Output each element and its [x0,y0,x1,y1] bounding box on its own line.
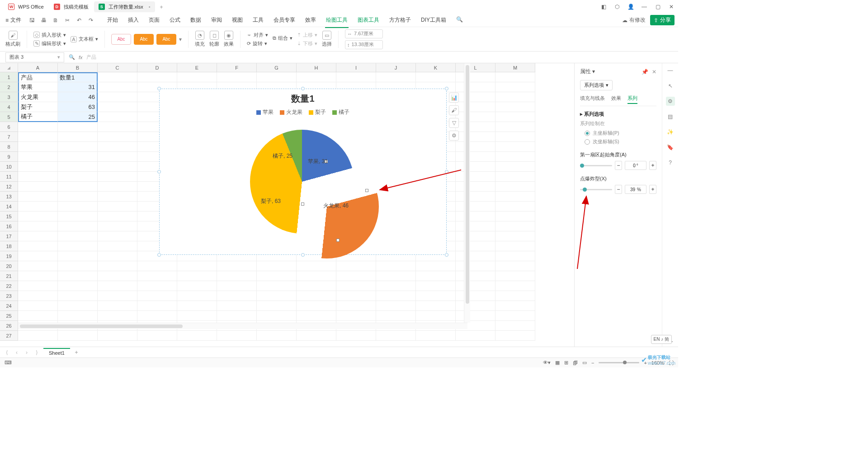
row-header[interactable]: 26 [0,321,18,331]
prop-tab-series[interactable]: 系列 [627,95,637,104]
cell[interactable] [98,221,137,231]
angle-minus[interactable]: − [615,161,622,170]
section-series-options[interactable]: ▸ 系列选项 [580,111,656,118]
share-button[interactable]: ⇪ 分享 [650,15,675,25]
cell[interactable] [58,142,98,152]
pin-icon[interactable]: 📌 [642,69,648,75]
cell[interactable] [137,261,177,271]
col-header[interactable]: L [456,63,495,72]
cell[interactable] [217,281,257,291]
radio-primary-axis[interactable]: 主坐标轴(P) [585,130,656,136]
cell[interactable] [376,271,416,281]
cell[interactable] [456,82,495,92]
view-read-icon[interactable]: ▭ [582,360,587,366]
col-header[interactable]: F [217,63,257,72]
cell[interactable] [98,162,137,172]
cell[interactable] [58,241,98,251]
cell[interactable] [217,72,257,82]
rail-layers-icon[interactable]: ▤ [666,112,675,121]
tab-page[interactable]: 页面 [148,14,160,26]
cell[interactable]: 产品 [18,72,58,82]
col-header[interactable]: I [336,63,376,72]
cell[interactable] [336,271,376,281]
cell[interactable] [98,142,137,152]
modified-indicator[interactable]: ☁ 有修改 [622,16,646,24]
cell[interactable] [416,301,456,311]
resize-handle[interactable] [301,253,305,257]
edit-shape-button[interactable]: ✎编辑形状▾ [33,40,66,47]
cell[interactable] [257,271,297,281]
cell[interactable] [257,311,297,321]
horizontal-scrollbar[interactable] [18,323,467,329]
cell[interactable] [58,221,98,231]
angle-slider[interactable] [580,165,612,166]
cell[interactable] [456,132,495,142]
rail-collapse-icon[interactable]: — [666,66,675,75]
cell[interactable] [217,271,257,281]
cut-icon[interactable]: ✂ [64,17,71,24]
row-header[interactable]: 21 [0,271,18,281]
slice-handle[interactable] [365,189,368,192]
sheet-tab-1[interactable]: Sheet1 [43,348,70,357]
cell[interactable] [98,72,137,82]
cell[interactable] [456,92,495,102]
search-icon[interactable]: 🔍 [455,14,464,26]
col-header[interactable]: E [177,63,217,72]
tab-insert[interactable]: 插入 [127,14,140,26]
cell[interactable] [416,331,456,341]
cell[interactable] [58,162,98,172]
cell[interactable] [58,331,98,341]
cell[interactable] [297,311,336,321]
row-header[interactable]: 17 [0,231,18,241]
new-tab-button[interactable]: ＋ [156,1,167,12]
maximize-icon[interactable]: ▢ [655,4,661,10]
cell[interactable] [58,281,98,291]
text-box-button[interactable]: A文本框▾ [71,36,98,42]
cell[interactable] [18,202,58,212]
view-normal-icon[interactable]: ▦ [555,360,560,366]
cell[interactable] [98,291,137,301]
cell[interactable] [495,72,535,82]
col-header[interactable]: B [58,63,98,72]
cell[interactable] [98,281,137,291]
undo-icon[interactable]: ↶ [75,17,83,24]
cell[interactable] [18,122,58,132]
cell[interactable] [495,152,535,162]
cell[interactable] [217,261,257,271]
row-header[interactable]: 1 [0,72,18,82]
tab-tools[interactable]: 工具 [252,14,264,26]
format-painter-button[interactable]: 🖌 格式刷 [5,31,20,47]
rail-bookmark-icon[interactable]: 🔖 [666,143,675,152]
width-input[interactable]: ↔7.67厘米 [345,29,383,38]
cell[interactable] [495,241,535,251]
cell[interactable] [495,192,535,202]
cell[interactable] [98,102,137,112]
cell[interactable] [58,271,98,281]
cell[interactable] [416,291,456,301]
cell[interactable] [58,301,98,311]
cell[interactable] [456,112,495,122]
row-header[interactable]: 22 [0,281,18,291]
cell[interactable] [495,251,535,261]
chart-settings-icon[interactable]: ⚙ [449,131,459,141]
cell[interactable] [137,301,177,311]
app-tab-wps[interactable]: W WPS Office [4,1,48,12]
cell[interactable] [177,331,217,341]
cell[interactable] [456,311,495,321]
cell[interactable] [137,281,177,291]
cell[interactable] [98,122,137,132]
cell[interactable] [257,261,297,271]
app-tab-template[interactable]: D 找稿壳模板 [49,1,93,12]
cell[interactable] [98,241,137,251]
col-header[interactable]: K [416,63,456,72]
zoom-slider[interactable] [599,362,639,363]
name-box[interactable]: 图表 3 ▾ [5,52,64,62]
cell[interactable] [416,311,456,321]
col-header[interactable]: C [98,63,137,72]
tab-data[interactable]: 数据 [189,14,202,26]
tab-formula[interactable]: 公式 [169,14,181,26]
cell[interactable] [495,261,535,271]
cell[interactable] [456,331,495,341]
cell[interactable] [18,231,58,241]
cell[interactable] [456,202,495,212]
